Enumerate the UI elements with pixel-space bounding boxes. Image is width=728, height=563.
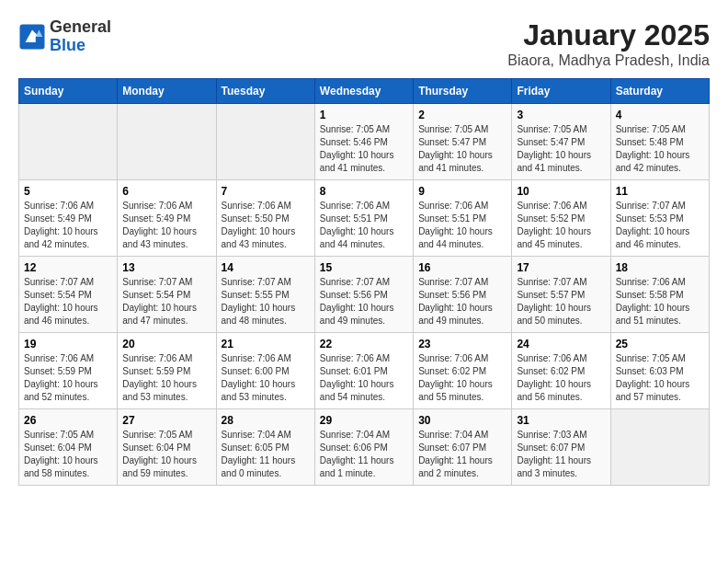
day-number: 11 xyxy=(616,185,704,198)
calendar-cell: 13Sunrise: 7:07 AM Sunset: 5:54 PM Dayli… xyxy=(118,257,216,333)
day-number: 24 xyxy=(517,338,605,350)
day-number: 22 xyxy=(320,338,408,350)
calendar-cell xyxy=(118,104,216,180)
calendar-cell: 27Sunrise: 7:05 AM Sunset: 6:04 PM Dayli… xyxy=(118,409,216,486)
day-info: Sunrise: 7:04 AM Sunset: 6:05 PM Dayligh… xyxy=(222,429,310,480)
calendar-cell xyxy=(216,104,314,180)
calendar-cell: 29Sunrise: 7:04 AM Sunset: 6:06 PM Dayli… xyxy=(314,409,413,486)
day-number: 7 xyxy=(222,185,310,198)
day-number: 14 xyxy=(222,261,310,274)
title-block: January 2025 Biaora, Madhya Pradesh, Ind… xyxy=(507,18,710,69)
day-info: Sunrise: 7:06 AM Sunset: 5:52 PM Dayligh… xyxy=(517,200,605,251)
calendar-cell: 31Sunrise: 7:03 AM Sunset: 6:07 PM Dayli… xyxy=(512,409,610,486)
calendar-week-row: 26Sunrise: 7:05 AM Sunset: 6:04 PM Dayli… xyxy=(19,409,710,486)
header-monday: Monday xyxy=(118,79,216,104)
day-info: Sunrise: 7:06 AM Sunset: 6:01 PM Dayligh… xyxy=(320,352,408,404)
day-number: 17 xyxy=(517,261,605,274)
calendar-cell: 2Sunrise: 7:05 AM Sunset: 5:47 PM Daylig… xyxy=(414,104,512,180)
day-info: Sunrise: 7:06 AM Sunset: 5:51 PM Dayligh… xyxy=(418,200,506,251)
day-info: Sunrise: 7:07 AM Sunset: 5:56 PM Dayligh… xyxy=(320,276,408,327)
logo-general: General xyxy=(50,18,111,37)
calendar-cell xyxy=(19,104,118,180)
day-number: 4 xyxy=(616,109,704,121)
day-info: Sunrise: 7:07 AM Sunset: 5:54 PM Dayligh… xyxy=(122,276,210,327)
day-info: Sunrise: 7:03 AM Sunset: 6:07 PM Dayligh… xyxy=(517,429,605,480)
logo-text: General Blue xyxy=(50,18,111,55)
day-number: 30 xyxy=(418,414,506,427)
day-number: 18 xyxy=(616,261,704,274)
calendar-cell: 17Sunrise: 7:07 AM Sunset: 5:57 PM Dayli… xyxy=(512,257,610,333)
calendar-cell: 14Sunrise: 7:07 AM Sunset: 5:55 PM Dayli… xyxy=(216,257,314,333)
header-thursday: Thursday xyxy=(414,79,512,104)
logo: General Blue xyxy=(18,18,111,55)
day-number: 16 xyxy=(418,261,506,274)
calendar-cell xyxy=(610,409,709,486)
calendar-cell: 5Sunrise: 7:06 AM Sunset: 5:49 PM Daylig… xyxy=(19,180,118,257)
calendar-cell: 4Sunrise: 7:05 AM Sunset: 5:48 PM Daylig… xyxy=(610,104,709,180)
calendar-cell: 16Sunrise: 7:07 AM Sunset: 5:56 PM Dayli… xyxy=(414,257,512,333)
calendar-cell: 18Sunrise: 7:06 AM Sunset: 5:58 PM Dayli… xyxy=(610,257,709,333)
day-info: Sunrise: 7:06 AM Sunset: 5:49 PM Dayligh… xyxy=(24,200,112,251)
day-info: Sunrise: 7:06 AM Sunset: 5:59 PM Dayligh… xyxy=(24,352,112,404)
day-number: 19 xyxy=(24,338,112,350)
calendar-week-row: 5Sunrise: 7:06 AM Sunset: 5:49 PM Daylig… xyxy=(19,180,710,257)
day-number: 20 xyxy=(122,338,210,350)
calendar-cell: 3Sunrise: 7:05 AM Sunset: 5:47 PM Daylig… xyxy=(512,104,610,180)
day-info: Sunrise: 7:07 AM Sunset: 5:55 PM Dayligh… xyxy=(222,276,310,327)
day-number: 8 xyxy=(320,185,408,198)
calendar-cell: 26Sunrise: 7:05 AM Sunset: 6:04 PM Dayli… xyxy=(19,409,118,486)
day-info: Sunrise: 7:05 AM Sunset: 5:48 PM Dayligh… xyxy=(616,123,704,175)
day-number: 9 xyxy=(418,185,506,198)
day-number: 5 xyxy=(24,185,112,198)
calendar-cell: 22Sunrise: 7:06 AM Sunset: 6:01 PM Dayli… xyxy=(314,333,413,409)
calendar-header-row: SundayMondayTuesdayWednesdayThursdayFrid… xyxy=(19,79,710,104)
day-info: Sunrise: 7:04 AM Sunset: 6:07 PM Dayligh… xyxy=(418,429,506,480)
day-number: 10 xyxy=(517,185,605,198)
header-friday: Friday xyxy=(512,79,610,104)
calendar-cell: 21Sunrise: 7:06 AM Sunset: 6:00 PM Dayli… xyxy=(216,333,314,409)
calendar-week-row: 1Sunrise: 7:05 AM Sunset: 5:46 PM Daylig… xyxy=(19,104,710,180)
day-info: Sunrise: 7:07 AM Sunset: 5:54 PM Dayligh… xyxy=(24,276,112,327)
day-number: 28 xyxy=(222,414,310,427)
day-info: Sunrise: 7:07 AM Sunset: 5:53 PM Dayligh… xyxy=(616,200,704,251)
calendar-cell: 8Sunrise: 7:06 AM Sunset: 5:51 PM Daylig… xyxy=(314,180,413,257)
page-header: General Blue January 2025 Biaora, Madhya… xyxy=(18,18,710,69)
day-info: Sunrise: 7:06 AM Sunset: 5:50 PM Dayligh… xyxy=(222,200,310,251)
calendar-subtitle: Biaora, Madhya Pradesh, India xyxy=(507,52,710,69)
day-info: Sunrise: 7:06 AM Sunset: 5:59 PM Dayligh… xyxy=(122,352,210,404)
calendar-cell: 10Sunrise: 7:06 AM Sunset: 5:52 PM Dayli… xyxy=(512,180,610,257)
day-info: Sunrise: 7:07 AM Sunset: 5:56 PM Dayligh… xyxy=(418,276,506,327)
calendar-cell: 23Sunrise: 7:06 AM Sunset: 6:02 PM Dayli… xyxy=(414,333,512,409)
day-number: 29 xyxy=(320,414,408,427)
day-info: Sunrise: 7:06 AM Sunset: 6:00 PM Dayligh… xyxy=(222,352,310,404)
day-number: 12 xyxy=(24,261,112,274)
calendar-cell: 9Sunrise: 7:06 AM Sunset: 5:51 PM Daylig… xyxy=(414,180,512,257)
calendar-table: SundayMondayTuesdayWednesdayThursdayFrid… xyxy=(18,78,710,486)
day-info: Sunrise: 7:06 AM Sunset: 6:02 PM Dayligh… xyxy=(418,352,506,404)
day-info: Sunrise: 7:06 AM Sunset: 5:58 PM Dayligh… xyxy=(616,276,704,327)
calendar-cell: 6Sunrise: 7:06 AM Sunset: 5:49 PM Daylig… xyxy=(118,180,216,257)
header-wednesday: Wednesday xyxy=(314,79,413,104)
logo-icon xyxy=(18,23,46,51)
calendar-week-row: 12Sunrise: 7:07 AM Sunset: 5:54 PM Dayli… xyxy=(19,257,710,333)
calendar-cell: 20Sunrise: 7:06 AM Sunset: 5:59 PM Dayli… xyxy=(118,333,216,409)
day-number: 27 xyxy=(122,414,210,427)
calendar-cell: 15Sunrise: 7:07 AM Sunset: 5:56 PM Dayli… xyxy=(314,257,413,333)
day-number: 23 xyxy=(418,338,506,350)
day-info: Sunrise: 7:06 AM Sunset: 5:51 PM Dayligh… xyxy=(320,200,408,251)
day-number: 31 xyxy=(517,414,605,427)
calendar-cell: 12Sunrise: 7:07 AM Sunset: 5:54 PM Dayli… xyxy=(19,257,118,333)
day-number: 3 xyxy=(517,109,605,121)
calendar-title: January 2025 xyxy=(507,18,710,52)
day-info: Sunrise: 7:05 AM Sunset: 6:03 PM Dayligh… xyxy=(616,352,704,404)
day-info: Sunrise: 7:05 AM Sunset: 5:46 PM Dayligh… xyxy=(320,123,408,175)
day-number: 15 xyxy=(320,261,408,274)
day-info: Sunrise: 7:05 AM Sunset: 5:47 PM Dayligh… xyxy=(418,123,506,175)
day-info: Sunrise: 7:07 AM Sunset: 5:57 PM Dayligh… xyxy=(517,276,605,327)
day-info: Sunrise: 7:06 AM Sunset: 5:49 PM Dayligh… xyxy=(122,200,210,251)
calendar-cell: 25Sunrise: 7:05 AM Sunset: 6:03 PM Dayli… xyxy=(610,333,709,409)
calendar-cell: 1Sunrise: 7:05 AM Sunset: 5:46 PM Daylig… xyxy=(314,104,413,180)
calendar-cell: 11Sunrise: 7:07 AM Sunset: 5:53 PM Dayli… xyxy=(610,180,709,257)
day-number: 13 xyxy=(122,261,210,274)
calendar-cell: 30Sunrise: 7:04 AM Sunset: 6:07 PM Dayli… xyxy=(414,409,512,486)
